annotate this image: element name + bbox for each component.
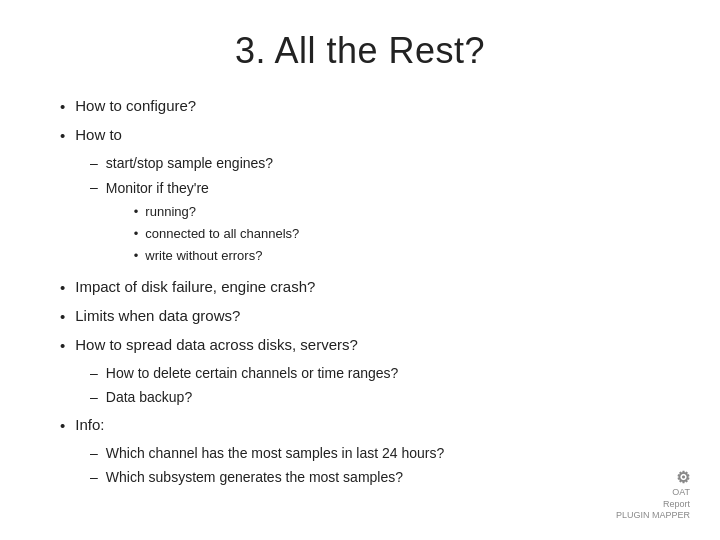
sub-sub-list-item: • running?	[134, 202, 300, 223]
bullet-icon: •	[60, 95, 65, 119]
list-item: • How to spread data across disks, serve…	[60, 333, 660, 358]
slide: 3. All the Rest? • How to configure? • H…	[0, 0, 720, 540]
bullet-text: How to configure?	[75, 94, 196, 118]
bullet-icon: •	[60, 414, 65, 438]
bullet-text: Impact of disk failure, engine crash?	[75, 275, 315, 299]
bullet-text: Limits when data grows?	[75, 304, 240, 328]
sub-list: – Which channel has the most samples in …	[90, 442, 660, 489]
sub-item-text: Monitor if they're	[106, 180, 209, 196]
sub-item-text: Which subsystem generates the most sampl…	[106, 466, 403, 488]
sub-dash-icon: –	[90, 152, 98, 174]
sub-item-text: start/stop sample engines?	[106, 152, 273, 174]
bullet-text: How to spread data across disks, servers…	[75, 333, 358, 357]
sub-sub-text: connected to all channels?	[145, 224, 299, 245]
sub-list: – How to delete certain channels or time…	[90, 362, 660, 409]
slide-content: • How to configure? • How to – start/sto…	[60, 94, 660, 510]
sub-dash-icon: –	[90, 466, 98, 488]
sub-item-text: Which channel has the most samples in la…	[106, 442, 445, 464]
sub-list-item: – Data backup?	[90, 386, 660, 408]
list-item: • Impact of disk failure, engine crash?	[60, 275, 660, 300]
sub-item-text: How to delete certain channels or time r…	[106, 362, 399, 384]
sub-item-text: Data backup?	[106, 386, 192, 408]
sub-sub-list-item: • write without errors?	[134, 246, 300, 267]
bullet-icon: •	[60, 276, 65, 300]
sub-dash-icon: –	[90, 362, 98, 384]
logo-text: OATReportPLUGIN MAPPER	[616, 487, 690, 522]
sub-sub-text: running?	[145, 202, 196, 223]
sub-dash-icon: –	[90, 442, 98, 464]
bullet-icon: •	[60, 124, 65, 148]
sub-sub-list-item: • connected to all channels?	[134, 224, 300, 245]
sub-sub-bullet-icon: •	[134, 224, 139, 245]
sub-sub-text: write without errors?	[145, 246, 262, 267]
sub-sub-list: • running? • connected to all channels? …	[134, 202, 300, 266]
sub-list-item: – start/stop sample engines?	[90, 152, 660, 174]
sub-list: – start/stop sample engines? – Monitor i…	[90, 152, 660, 271]
sub-dash-icon: –	[90, 386, 98, 408]
bullet-icon: •	[60, 334, 65, 358]
bullet-icon: •	[60, 305, 65, 329]
list-item: • Info:	[60, 413, 660, 438]
sub-list-item: – Which subsystem generates the most sam…	[90, 466, 660, 488]
list-item: • Limits when data grows?	[60, 304, 660, 329]
logo-icon: ⚙	[616, 468, 690, 487]
list-item: • How to	[60, 123, 660, 148]
bullet-text: How to	[75, 123, 122, 147]
sub-sub-bullet-icon: •	[134, 246, 139, 267]
slide-title: 3. All the Rest?	[60, 30, 660, 72]
list-item: • How to configure?	[60, 94, 660, 119]
sub-sub-bullet-icon: •	[134, 202, 139, 223]
sub-list-item: – Which channel has the most samples in …	[90, 442, 660, 464]
logo-area: ⚙ OATReportPLUGIN MAPPER	[616, 468, 690, 522]
sub-list-item: – Monitor if they're • running? • connec…	[90, 176, 660, 270]
bullet-text: Info:	[75, 413, 104, 437]
sub-dash-icon: –	[90, 176, 98, 198]
sub-list-item: – How to delete certain channels or time…	[90, 362, 660, 384]
